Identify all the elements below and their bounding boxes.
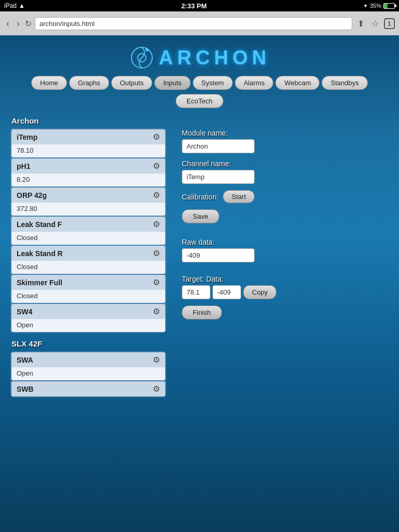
calibration-row: Calibration: Start [182,190,389,203]
sensor-name-sw4: SW4 [17,308,32,316]
status-bar: iPad ▲ 2:33 PM ✦ 35% [0,0,399,11]
forward-button[interactable]: › [15,17,22,30]
nav-ecotech-bar: EcoTech [0,94,399,108]
main-content: Archon iTemp ⚙ 78.10 pH1 ⚙ [0,113,399,401]
slx-sensor-group: SWA ⚙ Open SWB ⚙ [10,351,166,397]
sensor-name-itemp: iTemp [17,133,37,141]
sensor-item-sw4: SW4 ⚙ Open [11,304,165,332]
channel-name-row: Channel name: [182,159,389,184]
sensor-name-orp: ORP 42g [17,191,47,200]
sensor-value-orp: 372.80 [11,203,165,216]
bluetooth-icon: ✦ [363,3,368,9]
sensor-value-skimmer: Closed [11,290,165,303]
sensor-item-leakf: Leak Stand F ⚙ Closed [11,217,165,245]
wifi-icon: ▲ [19,2,25,9]
sensor-item-leakr: Leak Stand R ⚙ Closed [11,246,165,274]
sensor-header-skimmer[interactable]: Skimmer Full ⚙ [11,275,165,290]
nav-standbys[interactable]: Standbys [322,76,367,90]
sensor-value-leakf: Closed [11,232,165,245]
sensor-item-orp: ORP 42g ⚙ 372.80 [11,188,165,216]
sensor-name-swb: SWB [17,385,34,393]
sensor-value-sw4: Open [11,319,165,332]
gear-icon-ph1[interactable]: ⚙ [153,161,160,171]
sensor-item-swa: SWA ⚙ Open [11,352,165,380]
nav-inputs[interactable]: Inputs [154,76,190,90]
target-data-row: Copy [182,285,389,299]
copy-button[interactable]: Copy [243,285,276,299]
sensor-item-itemp: iTemp ⚙ 78.10 [11,129,165,157]
slx-group-title: SLX 42F [10,336,166,351]
gear-icon-swb[interactable]: ⚙ [153,384,160,394]
sensor-header-orp[interactable]: ORP 42g ⚙ [11,188,165,203]
sensor-value-itemp: 78.10 [11,144,165,157]
nav-ecotech[interactable]: EcoTech [176,94,223,108]
target-data-section: Target: Data: Copy [182,275,389,299]
bookmark-button[interactable]: ☆ [369,18,381,30]
raw-data-label: Raw data: [182,238,389,246]
battery-percent: 35% [370,3,381,9]
svg-point-2 [145,48,149,51]
gear-icon-sw4[interactable]: ⚙ [153,307,160,316]
archon-sensor-group: iTemp ⚙ 78.10 pH1 ⚙ 8.20 ORP 42g [10,128,166,333]
calibration-start-button[interactable]: Start [223,190,255,203]
sensor-name-leakf: Leak Stand F [17,220,62,229]
gear-icon-leakr[interactable]: ⚙ [153,248,160,258]
carrier-label: iPad [4,2,17,9]
browser-bar: ‹ › ↻ ⬆ ☆ 1 [0,11,399,35]
calibration-label: Calibration: [182,193,219,201]
raw-data-row: Raw data: [182,238,389,269]
battery-icon [383,3,395,9]
nav-graphs[interactable]: Graphs [69,76,109,90]
sensor-header-sw4[interactable]: SW4 ⚙ [11,304,165,319]
sensor-header-leakr[interactable]: Leak Stand R ⚙ [11,246,165,261]
sensor-value-swa: Open [11,367,165,380]
nav-webcam[interactable]: Webcam [275,76,320,90]
gear-icon-leakf[interactable]: ⚙ [153,219,160,229]
gear-icon-swa[interactable]: ⚙ [153,355,160,365]
sensor-header-leakf[interactable]: Leak Stand F ⚙ [11,217,165,232]
sensor-item-swb: SWB ⚙ [11,381,165,396]
gear-icon-skimmer[interactable]: ⚙ [153,277,160,287]
nav-home[interactable]: Home [31,76,67,90]
gear-icon-orp[interactable]: ⚙ [153,190,160,200]
logo-area: ARCHON [0,35,399,76]
nav-system[interactable]: System [193,76,233,90]
finish-button[interactable]: Finish [182,305,222,320]
sensor-name-leakr: Leak Stand R [17,249,63,258]
sensor-panel: Archon iTemp ⚙ 78.10 pH1 ⚙ [10,113,166,401]
module-name-row: Module name: [182,129,389,153]
back-button[interactable]: ‹ [4,17,11,30]
nav-alarms[interactable]: Alarms [235,76,273,90]
sensor-value-leakr: Closed [11,261,165,274]
sensor-header-ph1[interactable]: pH1 ⚙ [11,158,165,174]
logo-icon [129,45,155,71]
detail-panel: Module name: Channel name: Calibration: … [166,113,389,401]
target-input[interactable] [182,285,210,299]
sensor-header-swa[interactable]: SWA ⚙ [11,352,165,367]
raw-data-input[interactable] [182,248,255,262]
gear-icon-itemp[interactable]: ⚙ [153,132,160,142]
sensor-item-ph1: pH1 ⚙ 8.20 [11,158,165,187]
sensor-item-skimmer: Skimmer Full ⚙ Closed [11,275,165,303]
data-input[interactable] [212,285,241,299]
module-name-label: Module name: [182,129,389,137]
tab-count[interactable]: 1 [384,18,395,29]
archon-group-title: Archon [10,113,166,128]
sensor-value-ph1: 8.20 [11,174,165,187]
save-button[interactable]: Save [182,209,219,223]
sensor-name-ph1: pH1 [17,162,30,170]
logo-text: ARCHON [159,47,271,69]
nav-outputs[interactable]: Outputs [111,76,153,90]
target-data-label: Target: Data: [182,275,389,283]
nav-bar: Home Graphs Outputs Inputs System Alarms… [0,76,399,94]
ocean-background: ARCHON Home Graphs Outputs Inputs System… [0,35,399,532]
share-button[interactable]: ⬆ [355,18,366,30]
sensor-name-swa: SWA [17,356,33,364]
sensor-name-skimmer: Skimmer Full [17,278,62,287]
refresh-button[interactable]: ↻ [25,19,32,29]
url-bar[interactable] [35,17,352,30]
channel-name-input[interactable] [182,170,255,184]
sensor-header-swb[interactable]: SWB ⚙ [11,381,165,396]
sensor-header-itemp[interactable]: iTemp ⚙ [11,129,165,144]
module-name-input[interactable] [182,139,255,153]
